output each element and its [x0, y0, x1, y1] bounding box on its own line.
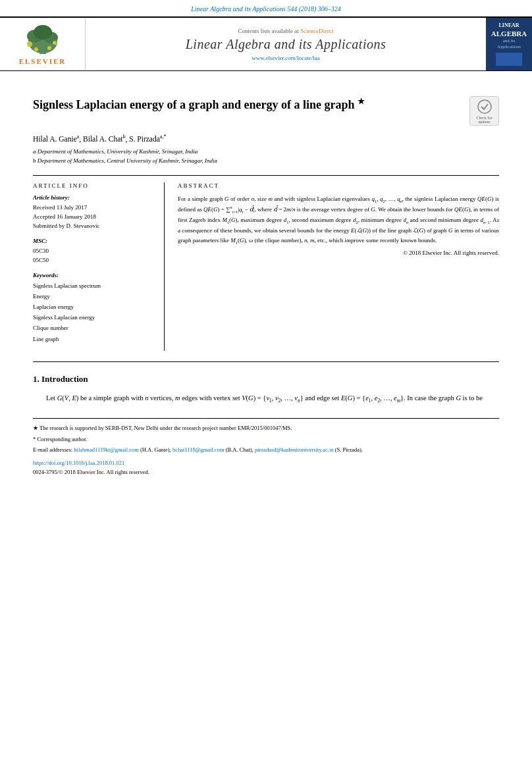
svg-point-9: [478, 100, 491, 113]
issn-line: 0024-3795/© 2018 Elsevier Inc. All right…: [33, 468, 499, 477]
article-info-column: ARTICLE INFO Article history: Received 1…: [33, 182, 165, 351]
keywords-block: Keywords: Signless Laplacian spectrum En…: [33, 272, 153, 344]
msc-block: MSC: 05C30 05C50: [33, 238, 153, 265]
divider-1: [33, 175, 499, 176]
article-info-title: ARTICLE INFO: [33, 182, 153, 189]
footnote-emails: E-mail addresses: hilahmad1119kt@gmail.c…: [33, 446, 499, 455]
main-content: Signless Laplacian energy of a graph and…: [0, 71, 532, 492]
footnotes-area: ★ The research is supported by SERB-DST,…: [33, 418, 499, 477]
introduction-text: Let G(V, E) be a simple graph with n ver…: [33, 392, 499, 406]
affiliation-b: b Department of Mathematics, Central Uni…: [33, 156, 499, 165]
author-chat: Bilal A. Chatb,: [83, 135, 129, 143]
svg-point-8: [47, 46, 51, 50]
journal-name-header: Linear Algebra and its Applications: [186, 37, 386, 52]
journal-reference-line: Linear Algebra and its Applications 544 …: [0, 0, 532, 16]
divider-2: [33, 361, 499, 362]
elsevier-tree-icon: [16, 23, 69, 56]
journal-header: ELSEVIER Contents lists available at Sci…: [0, 16, 532, 71]
journal-reference-text: Linear Algebra and its Applications 544 …: [191, 5, 341, 13]
check-updates-icon: [477, 99, 492, 115]
svg-point-5: [27, 41, 32, 47]
journal-url[interactable]: www.elsevier.com/locate/laa: [252, 55, 319, 61]
elsevier-logo-area: ELSEVIER: [0, 18, 86, 70]
article-history-block: Article history: Received 13 July 2017 A…: [33, 194, 153, 231]
author-pirzada: S. Pirzadaa,*: [129, 135, 166, 143]
affiliation-a: a Department of Mathematics, University …: [33, 147, 499, 156]
doi-link[interactable]: https://doi.org/10.1016/j.laa.2018.01.02…: [33, 460, 124, 466]
svg-point-7: [34, 47, 38, 51]
footnote-corresponding: * Corresponding author.: [33, 435, 499, 444]
check-for-updates-badge: Check for updates: [469, 96, 499, 126]
copyright-text: © 2018 Elsevier Inc. All rights reserved…: [178, 250, 499, 256]
sciencedirect-line: Contents lists available at ScienceDirec…: [238, 28, 334, 34]
badge-image: [496, 53, 522, 66]
svg-point-4: [34, 25, 52, 40]
sciencedirect-link[interactable]: ScienceDirect: [300, 28, 333, 34]
abstract-title: ABSTRACT: [178, 182, 499, 189]
footnote-star: ★ The research is supported by SERB-DST,…: [33, 424, 499, 433]
paper-title: Signless Laplacian energy of a graph and…: [33, 96, 463, 113]
info-abstract-columns: ARTICLE INFO Article history: Received 1…: [33, 182, 499, 351]
authors-line: Hilal A. Ganiea, Bilal A. Chatb, S. Pirz…: [33, 134, 499, 143]
elsevier-wordmark: ELSEVIER: [19, 57, 66, 65]
paper-title-section: Signless Laplacian energy of a graph and…: [33, 96, 499, 126]
email-ganie[interactable]: hilahmad1119kt@gmail.com: [74, 446, 139, 453]
email-pirzada[interactable]: pirzadasd@kashmiruniversity.ac.in: [255, 446, 334, 453]
journal-info-center: Contents lists available at ScienceDirec…: [86, 18, 486, 70]
abstract-text: For a simple graph G of order n, size m …: [178, 194, 499, 246]
email-chat[interactable]: bchat1118@gmail.com: [173, 446, 225, 453]
affiliations: a Department of Mathematics, University …: [33, 147, 499, 166]
keywords-list: Signless Laplacian spectrum Energy Lapla…: [33, 280, 153, 344]
author-ganie: Hilal A. Ganiea,: [33, 135, 83, 143]
abstract-column: ABSTRACT For a simple graph G of order n…: [178, 182, 499, 351]
introduction-heading: 1. Introduction: [33, 374, 499, 384]
svg-point-6: [53, 41, 57, 45]
journal-badge: LINEAR ALGEBRA and its Applications: [486, 18, 532, 70]
doi-line: https://doi.org/10.1016/j.laa.2018.01.02…: [33, 459, 499, 468]
